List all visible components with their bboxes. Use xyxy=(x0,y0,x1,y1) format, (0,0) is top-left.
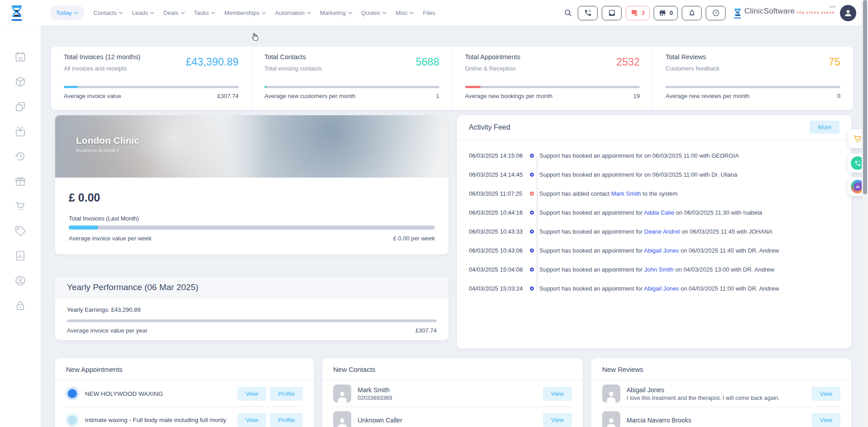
feed-text: Support has booked an appointment for De… xyxy=(539,228,773,235)
stat-subtitle: Customers feedback xyxy=(665,65,840,72)
nav-item-today[interactable]: Today xyxy=(50,5,85,20)
sidebar-item-calendar-12[interactable] xyxy=(14,51,26,63)
help-button[interactable] xyxy=(706,6,726,20)
new-appointments-title: New Appointments xyxy=(55,358,314,380)
view-button[interactable]: View xyxy=(811,413,840,427)
stat-footer-value: 0 xyxy=(837,93,840,99)
chevron-down-icon xyxy=(410,12,414,14)
chevron-down-icon xyxy=(211,12,215,14)
sidebar-item-price-tag[interactable] xyxy=(14,225,26,237)
sidebar-item-calendar-import[interactable] xyxy=(14,126,26,137)
nav-item-label: Automation xyxy=(275,9,305,16)
nav-item-automation[interactable]: Automation xyxy=(275,9,311,16)
activity-more-button[interactable]: More xyxy=(810,121,840,134)
sidebar-item-cart[interactable] xyxy=(14,200,26,212)
new-reviews-title: New Reviews xyxy=(591,358,851,380)
sidebar-item-gift[interactable] xyxy=(14,175,26,187)
package-icon xyxy=(14,76,26,88)
nav-item-files[interactable]: Files xyxy=(423,9,435,16)
nav-item-contacts[interactable]: Contacts xyxy=(94,9,123,16)
sidebar-item-copy[interactable] xyxy=(14,101,26,113)
activity-feed-title: Activity Feed xyxy=(469,123,510,131)
review-row: Marcia Navarro BrooksView xyxy=(602,407,840,427)
chevron-down-icon xyxy=(348,12,352,14)
feed-marker-icon xyxy=(530,173,534,177)
sidebar-item-lock[interactable] xyxy=(14,300,26,311)
app-logo-hourglass-icon[interactable] xyxy=(10,5,24,21)
appointment-row: Intimate waxing - Full body male includi… xyxy=(66,407,303,427)
phone-button[interactable] xyxy=(578,6,598,20)
nav-item-quotes[interactable]: Quotes xyxy=(361,9,387,16)
activity-feed-item: 06/03/2025 10:43:33 Support has booked a… xyxy=(457,222,851,241)
search-button[interactable] xyxy=(562,6,574,20)
feed-text: Support has booked an appointment for on… xyxy=(539,152,739,159)
price-tag-icon xyxy=(14,225,26,237)
notifications-button[interactable] xyxy=(682,6,702,20)
feed-timestamp: 06/03/2025 11:07:25 xyxy=(469,190,528,197)
chevron-down-icon xyxy=(262,12,266,14)
nav-item-deals[interactable]: Deals xyxy=(163,9,184,16)
stat-footer-label: Average new reviews per month xyxy=(665,93,749,99)
feed-text: Support has booked an appointment for Ad… xyxy=(539,209,762,216)
nav-item-misc[interactable]: Misc xyxy=(396,9,414,16)
stat-value: 2532 xyxy=(616,56,640,68)
user-avatar[interactable] xyxy=(840,5,856,21)
yearly-title: Yearly Performance (06 Mar 2025) xyxy=(55,277,448,299)
view-button[interactable]: View xyxy=(543,413,572,427)
contact-link[interactable]: Abigail Jones xyxy=(644,247,679,254)
feed-marker-icon xyxy=(530,230,534,234)
profile-button[interactable]: Profile xyxy=(270,413,303,427)
contact-link[interactable]: Addia Catie xyxy=(644,209,674,216)
nav-item-label: Quotes xyxy=(361,9,380,16)
view-button[interactable]: View xyxy=(237,387,266,401)
new-appointments-card: New Appointments NEW HOLYWOOD WAXINGView… xyxy=(55,358,314,427)
sidebar-item-user-badge[interactable] xyxy=(14,275,26,286)
inbox-button[interactable] xyxy=(602,6,622,20)
nav-item-marketing[interactable]: Marketing xyxy=(320,9,352,16)
nav-item-leads[interactable]: Leads xyxy=(132,9,154,16)
stat-title: Total Contacts xyxy=(264,53,439,61)
sidebar-item-package[interactable] xyxy=(14,76,26,88)
feed-text: Support has booked an appointment for on… xyxy=(539,171,737,178)
feed-marker-icon xyxy=(530,249,534,253)
stat-subtitle: Total existing contacts xyxy=(264,65,439,72)
contact-subtext: 02033693369 xyxy=(358,395,392,401)
contact-link[interactable]: Mark Smith xyxy=(611,190,641,197)
nav-item-memberships[interactable]: Memberships xyxy=(224,9,266,16)
yearly-earnings-label: Yearly Earnings: xyxy=(67,306,109,313)
view-button[interactable]: View xyxy=(543,387,572,401)
view-button[interactable]: View xyxy=(237,413,266,427)
sidebar-item-history[interactable] xyxy=(14,150,26,162)
appointment-color-dot xyxy=(68,416,77,425)
stat-card-total-invoices-12-months: Total Invoices (12 months) All invoices … xyxy=(51,47,251,110)
stat-progress-bar xyxy=(465,86,640,88)
sidebar-item-report[interactable] xyxy=(14,250,26,262)
stat-value: 75 xyxy=(829,56,840,68)
cart-icon xyxy=(14,200,26,212)
feed-timestamp: 04/03/2025 15:03:24 xyxy=(469,285,528,292)
contact-link[interactable]: John Smith xyxy=(644,266,674,273)
appointment-row: NEW HOLYWOOD WAXINGViewProfile xyxy=(66,380,303,407)
review-name: Marcia Navarro Brooks xyxy=(627,417,691,424)
contact-link[interactable]: Deane Andrel xyxy=(644,228,680,235)
contact-link[interactable]: Abigail Jones xyxy=(644,285,679,292)
new-contacts-card: New Contacts Mark Smith02033693369ViewUn… xyxy=(322,358,583,427)
stat-title: Total Appointments xyxy=(465,53,640,61)
nav-item-label: Files xyxy=(423,9,435,16)
yearly-earnings-value: £43,290.89 xyxy=(111,306,141,313)
activity-feed-item: 04/03/2025 15:04:08 Support has booked a… xyxy=(457,260,851,279)
view-button[interactable]: View xyxy=(811,387,840,401)
review-subtext: I love this treatment and the therapist.… xyxy=(627,395,779,401)
activity-feed-item: 06/03/2025 10:43:06 Support has booked a… xyxy=(457,241,851,260)
chat-button[interactable]: 3 xyxy=(626,6,650,20)
profile-button[interactable]: Profile xyxy=(270,387,303,401)
phone-icon xyxy=(584,9,592,17)
clinic-footer-label: Average invoice value per week xyxy=(69,235,151,242)
nav-item-label: Deals xyxy=(163,9,178,16)
page-scrollbar[interactable] xyxy=(862,0,868,427)
scrollbar-thumb[interactable] xyxy=(863,0,867,194)
store-button[interactable]: 0 xyxy=(654,6,678,20)
clinic-footer-value: £ 0.00 per week xyxy=(393,235,435,242)
nav-item-tasks[interactable]: Tasks xyxy=(194,9,215,16)
new-reviews-list: Abigail JonesI love this treatment and t… xyxy=(591,380,851,427)
